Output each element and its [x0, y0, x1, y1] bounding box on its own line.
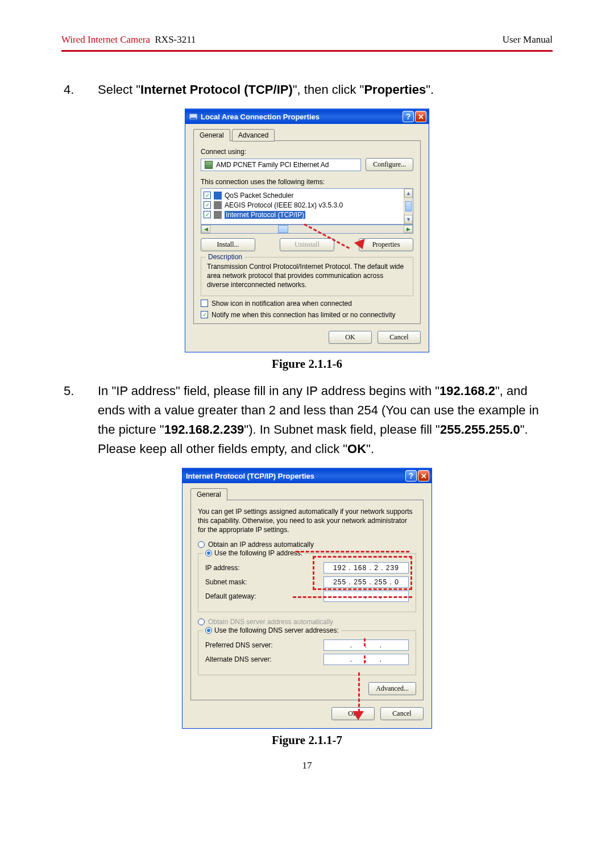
use-dns-legend[interactable]: Use the following DNS server addresses: — [203, 626, 341, 634]
ok-button[interactable]: OK — [331, 707, 375, 720]
titlebar[interactable]: Local Area Connection Properties ? ✕ — [185, 109, 429, 124]
general-panel: Connect using: AMD PCNET Family PCI Ethe… — [193, 140, 421, 324]
obtain-dns-auto-row: Obtain DNS server address automatically — [198, 618, 416, 626]
v-scrollbar[interactable]: ▲ ▼ — [404, 189, 413, 224]
properties-button[interactable]: Properties — [359, 238, 413, 251]
s5-t1: In "IP address" field, please fill in an… — [98, 384, 439, 398]
show-icon-label: Show icon in notification area when conn… — [211, 300, 352, 308]
step4-b2: Properties — [364, 82, 426, 97]
checkbox-icon[interactable]: ✓ — [201, 311, 208, 318]
header-right: User Manual — [503, 34, 553, 45]
install-button[interactable]: Install... — [201, 238, 255, 251]
subnet-mask-field[interactable]: 255 . 255 . 255 . 0 — [323, 576, 409, 588]
list-item-aegis: ✓AEGIS Protocol (IEEE 802.1x) v3.5.3.0 — [204, 200, 403, 210]
uninstall-button: Uninstall — [280, 238, 334, 251]
step4-t1: Select " — [98, 82, 140, 97]
tab-advanced[interactable]: Advanced — [232, 129, 275, 142]
ip-address-field[interactable]: 192 . 168 . 2 . 239 — [323, 562, 409, 574]
h-scrollbar[interactable]: ◀ ▶ — [201, 225, 413, 234]
connect-using-label: Connect using: — [201, 148, 413, 156]
window-icon — [189, 112, 198, 121]
uses-items-label: This connection uses the following items… — [201, 178, 413, 186]
radio-icon[interactable] — [205, 627, 212, 634]
adapter-name: AMD PCNET Family PCI Ethernet Ad — [216, 161, 329, 169]
intro-text: You can get IP settings assigned automat… — [198, 507, 416, 535]
header-rule — [61, 50, 553, 52]
scroll-thumb[interactable] — [405, 201, 412, 211]
qos-icon — [214, 192, 222, 200]
cancel-button[interactable]: Cancel — [377, 331, 421, 344]
show-icon-row[interactable]: Show icon in notification area when conn… — [201, 300, 413, 308]
ip-label: IP address: — [205, 564, 239, 572]
step-5: 5.In "IP address" field, please fill in … — [61, 381, 553, 459]
help-button[interactable]: ? — [405, 470, 417, 481]
h-scroll-thumb[interactable] — [278, 225, 288, 233]
obtain-dns-label: Obtain DNS server address automatically — [208, 618, 333, 626]
list-item-tcpip: ✓Internet Protocol (TCP/IP) — [204, 210, 403, 219]
use-ip-label: Use the following IP address: — [214, 549, 302, 557]
step4-t2: ", then click " — [293, 82, 364, 97]
description-group: Description Transmission Control Protoco… — [201, 257, 413, 296]
step4-t3: ". — [426, 82, 434, 97]
s5-t3: "). In Subnet mask field, please fill " — [244, 422, 440, 437]
checkbox-icon[interactable]: ✓ — [204, 192, 211, 199]
step4-number: 4. — [81, 80, 98, 99]
help-button[interactable]: ? — [403, 111, 414, 122]
figure-1-caption: Figure 2.1.1-6 — [61, 357, 553, 371]
tcpip-label: Internet Protocol (TCP/IP) — [225, 211, 305, 219]
description-text: Transmission Control Protocol/Internet P… — [207, 262, 407, 290]
scroll-up-icon[interactable]: ▲ — [404, 189, 413, 198]
tcpip-properties-dialog: Internet Protocol (TCP/IP) Properties ? … — [182, 468, 432, 729]
qos-label: QoS Packet Scheduler — [225, 192, 293, 200]
scroll-left-icon[interactable]: ◀ — [201, 225, 210, 233]
model-number-text: RXS-3211 — [155, 34, 196, 45]
obtain-ip-label: Obtain an IP address automatically — [208, 541, 314, 549]
product-name: Wired Internet Camera — [61, 34, 150, 45]
figure-2-caption: Figure 2.1.1-7 — [61, 733, 553, 747]
tab-general[interactable]: General — [190, 488, 227, 501]
obtain-ip-auto-row[interactable]: Obtain an IP address automatically — [198, 541, 416, 549]
s5-b2: 192.168.2.239 — [164, 422, 244, 437]
page-header: Wired Internet Camera RXS-3211 User Manu… — [61, 34, 553, 50]
items-listbox[interactable]: ✓QoS Packet Scheduler ✓AEGIS Protocol (I… — [201, 188, 413, 225]
step5-number: 5. — [81, 381, 98, 401]
tabs2: General — [190, 488, 424, 500]
close-button[interactable]: ✕ — [418, 470, 429, 481]
ok-button[interactable]: OK — [329, 331, 372, 344]
general-panel-2: You can get IP settings assigned automat… — [190, 500, 424, 700]
advanced-button[interactable]: Advanced... — [368, 682, 416, 695]
checkbox-icon[interactable] — [201, 300, 208, 307]
pdns-field[interactable]: . . . — [323, 639, 409, 651]
adns-label: Alternate DNS server: — [205, 655, 272, 663]
svg-rect-1 — [190, 118, 196, 119]
step4-b1: Internet Protocol (TCP/IP) — [140, 82, 293, 97]
tcpip-icon — [214, 211, 222, 219]
adapter-field: AMD PCNET Family PCI Ethernet Ad — [201, 159, 361, 171]
subnet-label: Subnet mask: — [205, 578, 247, 586]
s5-b3: 255.255.255.0 — [440, 422, 520, 437]
list-item-qos: ✓QoS Packet Scheduler — [204, 190, 403, 200]
scroll-right-icon[interactable]: ▶ — [404, 225, 413, 233]
checkbox-icon[interactable]: ✓ — [204, 201, 211, 209]
notify-label: Notify me when this connection has limit… — [211, 311, 396, 319]
titlebar[interactable]: Internet Protocol (TCP/IP) Properties ? … — [182, 468, 432, 483]
radio-icon[interactable] — [198, 541, 205, 548]
tab-general[interactable]: General — [193, 129, 230, 142]
use-ip-legend[interactable]: Use the following IP address: — [203, 549, 305, 557]
scroll-down-icon[interactable]: ▼ — [404, 215, 413, 224]
title-text: Local Area Connection Properties — [201, 113, 320, 121]
close-button[interactable]: ✕ — [415, 111, 426, 122]
radio-icon — [198, 618, 205, 625]
lan-properties-dialog: Local Area Connection Properties ? ✕ Gen… — [185, 109, 429, 352]
radio-icon[interactable] — [205, 550, 212, 556]
use-dns-fieldset: Use the following DNS server addresses: … — [198, 630, 416, 675]
cancel-button[interactable]: Cancel — [380, 707, 424, 720]
doc-page: Wired Internet Camera RXS-3211 User Manu… — [0, 0, 614, 794]
notify-row[interactable]: ✓Notify me when this connection has limi… — [201, 311, 413, 319]
adns-field[interactable]: . . . — [323, 654, 409, 665]
description-legend: Description — [206, 253, 244, 261]
configure-button[interactable]: Configure... — [366, 158, 413, 171]
checkbox-icon[interactable]: ✓ — [204, 211, 211, 218]
gateway-field[interactable]: . . . — [323, 591, 409, 602]
tabs: General Advanced — [193, 128, 421, 141]
